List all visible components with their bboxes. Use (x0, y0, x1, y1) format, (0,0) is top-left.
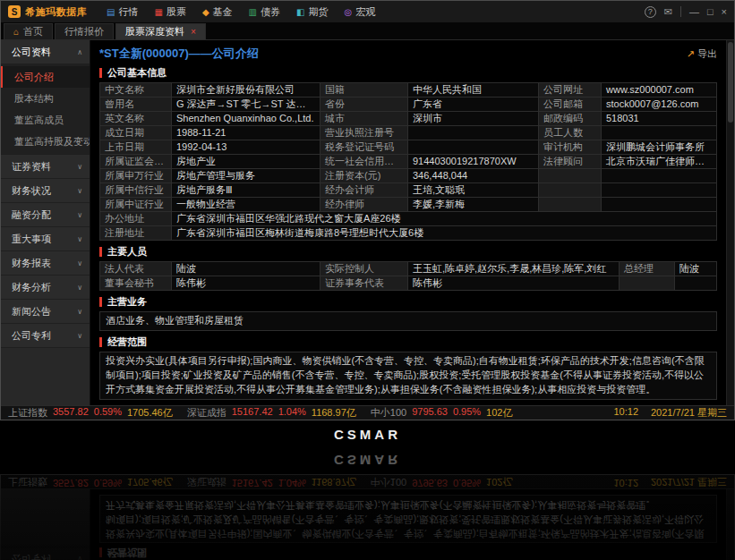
reflection-text-business-scope: 投资兴办实业(具体项目另行申报);国内商业、物资供销业(不含专营、专控、专卖商品… (99, 495, 717, 543)
field-value (602, 198, 717, 212)
chevron-down-icon: ∨ (77, 332, 82, 340)
sidebar-section-label: 重大事项 (12, 233, 51, 246)
field-value: 李媛,李新梅 (408, 198, 539, 212)
sidebar-section-financial-statements[interactable]: 财务报表∨ (1, 251, 90, 276)
reflection-vertical-scrollbar (726, 489, 734, 560)
close-icon[interactable]: × (722, 6, 727, 17)
sidebar-section-label: 证券资料 (12, 160, 51, 174)
field-value: 陈伟彬 (172, 276, 320, 291)
reflection-date: 2021/7/21 星期三 (651, 475, 727, 488)
reflection-market-indices: 上证指数3557.820.59%1705.46亿深证成指15167.421.04… (8, 475, 512, 488)
field-label: 总经理 (620, 262, 675, 276)
field-label: 法律顾问 (539, 155, 602, 169)
field-value: 广东省 (408, 98, 539, 112)
field-label: 经办律师 (320, 198, 408, 212)
sidebar-subitems: 公司介绍股本结构董监高成员董监高持股及变动 (1, 64, 90, 155)
table-key-people: 法人代表陆波实际控制人王玉虹,陈卓婷,赵尔乐,李晟,林昌珍,陈军,刘红总经理陆波… (99, 261, 717, 291)
field-label: 注册资本(元) (320, 169, 408, 183)
index-shenzhen-component: 深证成指15167.421.04%1168.97亿 (187, 406, 356, 420)
reflection-index-change-pct: 0.59% (94, 475, 122, 488)
sidebar-section-financing-allocation[interactable]: 融资分配∨ (1, 203, 90, 227)
screenshot-composition: S 希施玛数据库 ▤行情▦股票◆基金▥债券◧期货◎宏观 ? ✉ — □ × ⌂首… (0, 0, 735, 447)
reflection-index-value: 3557.82 (53, 475, 89, 488)
menu-qihuo[interactable]: ◧期货 (296, 5, 328, 19)
field-value: 346,448,044 (408, 169, 539, 183)
csmar-watermark: CSMAR (0, 420, 735, 447)
sidebar-item-executives[interactable]: 董监高成员 (1, 109, 90, 131)
menu-label: 期货 (309, 5, 329, 19)
index-name: 上证指数 (8, 406, 47, 420)
sidebar-section-major-events[interactable]: 重大事项∨ (1, 227, 90, 251)
field-value (408, 140, 539, 155)
titlebar: S 希施玛数据库 ▤行情▦股票◆基金▥债券◧期货◎宏观 ? ✉ — □ × (1, 1, 734, 22)
sidebar-section-financial-analysis[interactable]: 财务分析∨ (1, 276, 90, 300)
menu-hangqing[interactable]: ▤行情 (107, 5, 138, 19)
vertical-scrollbar[interactable] (726, 40, 734, 405)
sidebar-section-company-profile[interactable]: 公司资料∧ (1, 40, 90, 64)
scrollbar-thumb[interactable] (728, 42, 733, 123)
reflection-status-right: 10:12 2021/7/21 星期三 (613, 475, 727, 488)
field-label: 上市日期 (100, 140, 172, 155)
field-value: 9144030019217870XW (408, 155, 539, 169)
table-row: 注册地址广东省深圳市福田区梅林街道梅康路8号理想时代大厦6楼 (100, 226, 717, 241)
section-header-main-business: 主营业务 (99, 295, 717, 309)
maximize-icon[interactable]: □ (707, 6, 714, 17)
sidebar-section-company-patents[interactable]: 公司专利∨ (1, 324, 90, 348)
field-label: 证券事务代表 (320, 276, 408, 291)
table-row: 成立日期1988-11-21营业执照注册号员工人数 (100, 126, 717, 140)
reflection-index-name: 中小100 (371, 475, 406, 488)
field-label (539, 183, 602, 198)
sidebar-item-executive-holdings[interactable]: 董监高持股及变动 (1, 131, 90, 152)
index-turnover: 1168.97亿 (312, 406, 356, 420)
tab-home[interactable]: ⌂首页 (4, 23, 53, 39)
export-button[interactable]: ↗ 导出 (687, 47, 717, 61)
menu-label: 行情 (118, 5, 138, 19)
sidebar-section-financial-status[interactable]: 财务状况∨ (1, 179, 90, 203)
close-tab-icon[interactable]: × (191, 27, 196, 37)
menu-hongguan[interactable]: ◎宏观 (345, 5, 376, 19)
table-row: 中文名称深圳市全新好股份有限公司国籍中华人民共和国公司网址www.sz00000… (100, 83, 717, 98)
field-value: Shenzhen Quanxinhao Co.,Ltd. (172, 112, 320, 126)
tab-stock-profile[interactable]: 股票深度资料× (115, 23, 206, 39)
reflection-statusbar: 上证指数3557.820.59%1705.46亿深证成指15167.421.04… (1, 475, 734, 489)
statusbar: 上证指数3557.820.59%1705.46亿深证成指15167.421.04… (1, 405, 734, 420)
tab-quotes[interactable]: 行情报价 (55, 23, 114, 39)
minimize-icon[interactable]: — (689, 6, 699, 17)
index-change-pct: 0.95% (453, 406, 481, 420)
reflection-index-sme-100: 中小1009795.630.95%102亿 (371, 475, 513, 488)
reflection-index-value: 15167.42 (232, 475, 273, 488)
reflection-section-title: 经营范围 (107, 546, 147, 559)
sidebar-section-label: 财务状况 (12, 184, 51, 198)
content-panel: *ST全新(000007)——公司介绍 ↗ 导出 公司基本信息中文名称深圳市全新… (90, 40, 726, 405)
index-turnover: 1705.46亿 (127, 406, 173, 420)
scene: S 希施玛数据库 ▤行情▦股票◆基金▥债券◧期货◎宏观 ? ✉ — □ × ⌂首… (0, 0, 735, 560)
sidebar-item-share-structure[interactable]: 股本结构 (1, 88, 90, 109)
menu-zhaiquan[interactable]: ▥债券 (249, 5, 280, 19)
message-icon[interactable]: ✉ (664, 6, 672, 18)
reflection-clock: 10:12 (613, 475, 638, 488)
reflection-section-accent-bar (99, 547, 102, 557)
field-value: 一般物业经营 (172, 198, 320, 212)
field-value (675, 276, 717, 291)
reflection-index-change-pct: 1.04% (278, 475, 306, 488)
field-value (602, 183, 717, 198)
index-value: 9795.63 (412, 406, 448, 420)
section-accent-bar (99, 297, 102, 307)
divider (680, 6, 681, 17)
reflection-section-title: 历史沿革 (107, 489, 147, 490)
app-body: 公司资料∧公司介绍股本结构董监高成员董监高持股及变动证券资料∨财务状况∨融资分配… (1, 40, 734, 405)
menu-jijin[interactable]: ◆基金 (202, 5, 233, 19)
help-icon[interactable]: ? (645, 6, 656, 18)
menu-gupiao[interactable]: ▦股票 (154, 5, 185, 19)
field-label: 所属证监会行业 (100, 155, 172, 169)
field-value: 房地产管理与服务 (172, 169, 320, 183)
field-label: 董事会秘书 (100, 276, 172, 291)
sidebar-item-company-intro[interactable]: 公司介绍 (1, 66, 90, 88)
chevron-down-icon: ∨ (77, 308, 82, 316)
sidebar-section-news-announcements[interactable]: 新闻公告∨ (1, 300, 90, 324)
chevron-down-icon: ∨ (77, 163, 82, 171)
field-label: 员工人数 (539, 126, 602, 140)
screenshot-composition: S 希施玛数据库 ▤行情▦股票◆基金▥债券◧期货◎宏观 ? ✉ — □ × ⌂首… (0, 447, 735, 560)
sidebar-section-securities-info[interactable]: 证券资料∨ (1, 155, 90, 179)
field-label: 公司网址 (539, 83, 602, 98)
